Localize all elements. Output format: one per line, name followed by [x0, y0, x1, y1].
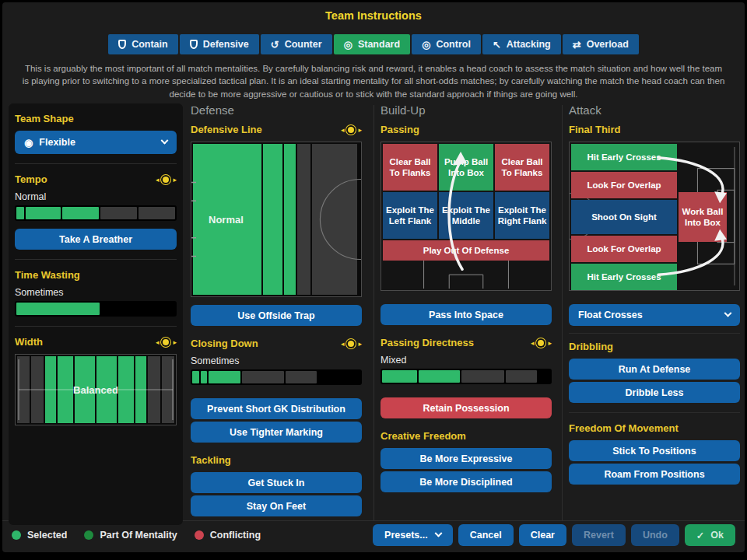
divider [15, 259, 177, 260]
stick-to-positions-button[interactable]: Stick To Positions [569, 440, 740, 461]
team-shape-icon: ◉ [24, 137, 33, 149]
play-out-of-defense-cell[interactable]: Play Out Of Defense [383, 240, 549, 261]
tab-contain[interactable]: Contain [108, 34, 178, 54]
dribbling-header: Dribbling [569, 341, 740, 352]
tab-standard[interactable]: ◎Standard [334, 34, 411, 54]
tempo-header: Tempo [15, 173, 47, 185]
prevent-short-gk-distribution-button[interactable]: Prevent Short GK Distribution [191, 398, 362, 419]
revert-button[interactable]: Revert [572, 524, 626, 546]
get-stuck-in-button[interactable]: Get Stuck In [191, 472, 362, 493]
clear-ball-to-flanks-right-cell[interactable]: Clear Ball To Flanks [495, 144, 549, 191]
passing-directness-slider[interactable] [381, 369, 552, 384]
legend-item: Conflicting [195, 530, 261, 541]
check-icon: ✓ [696, 530, 704, 541]
presets-button[interactable]: Presets... [373, 524, 453, 546]
team-shape-dropdown[interactable]: ◉ Flexible [15, 131, 177, 154]
column-divider [562, 105, 563, 520]
take-a-breather-button[interactable]: Take A Breather [15, 229, 177, 250]
time-wasting-slider[interactable] [15, 301, 177, 317]
time-wasting-header: Time Wasting [15, 269, 177, 281]
hit-early-crosses-top-cell[interactable]: Hit Early Crosses [571, 144, 677, 170]
legend-dot-icon [84, 530, 93, 540]
defensive-line-value: Normal [209, 214, 244, 226]
slider-adjust-icon[interactable]: ◂▸ [341, 126, 362, 134]
roam-from-positions-button[interactable]: Roam From Positions [569, 464, 740, 485]
chevron-down-icon [434, 529, 442, 537]
tab-defensive[interactable]: Defensive [180, 34, 259, 54]
legend-item: Part Of Mentality [84, 530, 177, 541]
passing-grid: Clear Ball To Flanks Pump Ball Into Box … [381, 142, 552, 291]
shield-icon [190, 40, 198, 49]
look-for-overlap-bottom-cell[interactable]: Look For Overlap [571, 236, 677, 262]
build-up-header: Build-Up [381, 103, 552, 117]
mentality-tabs: ContainDefensive↺Counter◎Standard◎Contro… [2, 34, 745, 54]
target-icon: ◎ [344, 40, 352, 50]
slider-adjust-icon[interactable]: ◂▸ [156, 338, 177, 346]
footer-bar: SelectedPart Of MentalityConflicting Pre… [2, 521, 745, 549]
tab-counter[interactable]: ↺Counter [261, 34, 332, 54]
chevron-down-icon [724, 309, 732, 317]
cancel-button[interactable]: Cancel [458, 524, 514, 546]
pump-ball-into-box-cell[interactable]: Pump Ball Into Box [439, 144, 493, 191]
ok-button[interactable]: ✓ Ok [685, 524, 735, 546]
tab-control[interactable]: ◎Control [412, 34, 481, 54]
closing-down-slider[interactable] [191, 369, 362, 385]
attack-header: Attack [569, 103, 740, 117]
tackling-header: Tackling [191, 454, 362, 466]
divider [15, 326, 177, 327]
width-pitch[interactable]: Balanced [15, 354, 177, 425]
column-divider [374, 105, 374, 520]
closing-down-header: Closing Down [191, 338, 258, 349]
exploit-right-flank-cell[interactable]: Exploit The Right Flank [495, 192, 549, 239]
defense-column: Defense Defensive Line ◂▸ Normal Use Off… [191, 103, 362, 516]
tab-overload[interactable]: ⇄Overload [563, 34, 639, 54]
be-more-disciplined-button[interactable]: Be More Disciplined [381, 471, 552, 492]
freedom-of-movement-header: Freedom Of Movement [569, 422, 740, 434]
clear-button[interactable]: Clear [519, 524, 566, 546]
slider-adjust-icon[interactable]: ◂▸ [531, 339, 552, 347]
defense-header: Defense [191, 103, 362, 117]
divider [569, 333, 740, 334]
run-at-defense-button[interactable]: Run At Defense [569, 359, 740, 380]
pass-into-space-button[interactable]: Pass Into Space [381, 304, 552, 325]
counter-arrow-icon: ↺ [271, 40, 279, 50]
clear-ball-to-flanks-left-cell[interactable]: Clear Ball To Flanks [383, 144, 437, 191]
footer-buttons: Presets... Cancel Clear Revert Undo ✓ Ok [373, 524, 735, 546]
final-third-header: Final Third [569, 124, 740, 135]
stay-on-feet-button[interactable]: Stay On Feet [191, 495, 362, 516]
use-offside-trap-button[interactable]: Use Offside Trap [191, 305, 362, 326]
work-ball-into-box-cell[interactable]: Work Ball Into Box [679, 192, 727, 242]
look-for-overlap-top-cell[interactable]: Look For Overlap [571, 172, 677, 198]
divider [15, 163, 177, 164]
passing-directness-header: Passing Directness [381, 337, 474, 348]
creative-freedom-header: Creative Freedom [381, 430, 552, 442]
undo-button[interactable]: Undo [631, 524, 679, 546]
tempo-slider[interactable] [15, 205, 177, 221]
slider-adjust-icon[interactable]: ◂▸ [341, 340, 362, 348]
shoot-on-sight-cell[interactable]: Shoot On Sight [571, 200, 677, 234]
defensive-line-header: Defensive Line [191, 124, 262, 135]
tempo-value: Normal [15, 191, 177, 202]
legend-item: Selected [12, 530, 67, 541]
legend: SelectedPart Of MentalityConflicting [12, 530, 261, 541]
defensive-line-pitch[interactable]: Normal [191, 142, 362, 297]
tab-attacking[interactable]: ↖Attacking [482, 34, 561, 54]
slider-adjust-icon[interactable]: ◂▸ [156, 176, 177, 184]
shield-icon [118, 40, 126, 49]
team-shape-header: Team Shape [15, 113, 177, 124]
dribble-less-button[interactable]: Dribble Less [569, 382, 740, 403]
be-more-expressive-button[interactable]: Be More Expressive [381, 448, 552, 469]
closing-down-value: Sometimes [191, 355, 362, 366]
attack-column: Attack Final Third Hit Early Crosses Loo… [569, 103, 740, 485]
exploit-middle-cell[interactable]: Exploit The Middle [439, 192, 493, 239]
legend-dot-icon [12, 530, 21, 540]
crosses-dropdown[interactable]: Float Crosses [569, 304, 740, 326]
width-value: Balanced [16, 384, 176, 396]
retain-possession-button[interactable]: Retain Possession [381, 397, 552, 418]
hit-early-crosses-bottom-cell[interactable]: Hit Early Crosses [571, 264, 677, 290]
time-wasting-value: Sometimes [15, 287, 177, 298]
team-shape-value: Flexible [39, 137, 75, 148]
exploit-left-flank-cell[interactable]: Exploit The Left Flank [383, 192, 437, 239]
use-tighter-marking-button[interactable]: Use Tighter Marking [191, 422, 362, 443]
passing-directness-value: Mixed [381, 355, 552, 366]
